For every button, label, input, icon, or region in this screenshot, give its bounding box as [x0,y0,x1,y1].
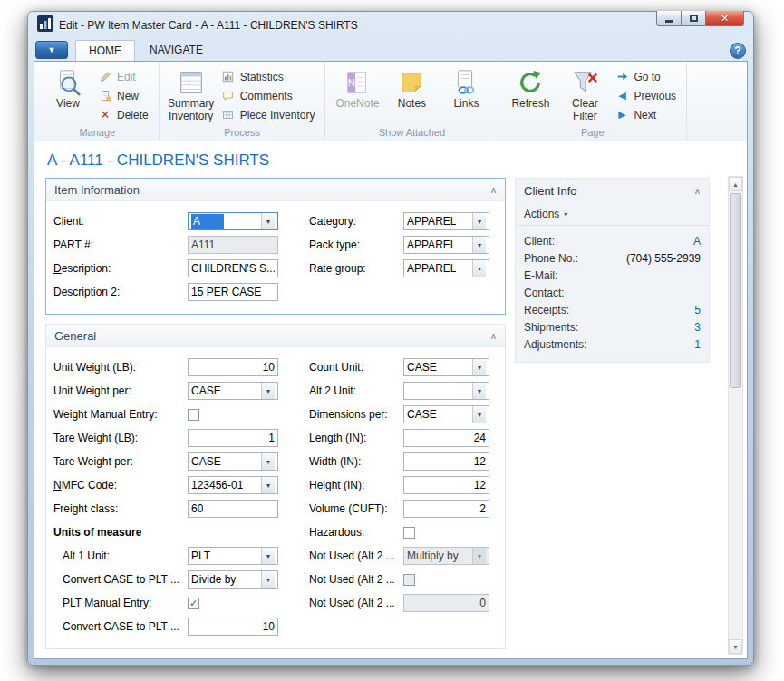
clear-filter-icon [570,68,599,97]
factbox-value-link[interactable]: 5 [694,304,701,316]
help-button[interactable]: ? [730,43,746,59]
comments-button[interactable]: Comments [218,86,321,105]
summary-inventory-button[interactable]: Summary Inventory [164,64,218,125]
factbox-header[interactable]: Client Info ∧ [516,179,709,203]
close-button[interactable]: ✕ [706,11,744,26]
dropdown-arrow-icon[interactable]: ▾ [261,383,275,399]
field-row: Not Used (Alt 2 ...0 [309,591,489,615]
field-value: 10 [263,620,275,633]
field-value: PLT [191,550,210,562]
notes-button[interactable]: Notes [384,64,439,112]
factbox-value-link[interactable]: 3 [694,321,701,334]
statistics-button[interactable]: Statistics [218,67,321,86]
fasttab-header-general[interactable]: General ∧ [46,325,505,347]
dropdown-arrow-icon[interactable]: ▾ [472,260,486,277]
text-field[interactable]: CHILDREN'S S... [188,259,278,277]
edit-button[interactable]: Edit [95,67,154,86]
dropdown-arrow-icon[interactable]: ▾ [261,453,275,470]
window-title: Edit - PW Item Master Card - A - A111 - … [59,19,358,32]
collapse-icon[interactable]: ∧ [490,331,497,341]
window-controls: ✕ [656,11,744,26]
tab-navigate[interactable]: NAVIGATE [137,40,216,61]
scroll-up-icon[interactable]: ▲ [729,177,742,191]
dropdown-field[interactable]: Divide by▾ [188,570,278,589]
dropdown-arrow-icon[interactable]: ▾ [472,359,486,375]
text-field[interactable]: A111 [188,236,278,254]
go-to-button[interactable]: Go to [612,67,682,86]
dropdown-arrow-icon[interactable]: ▾ [472,548,486,564]
dropdown-arrow-icon[interactable]: ▾ [472,213,486,229]
text-field[interactable]: 10 [188,618,278,636]
text-field[interactable]: 2 [403,500,489,518]
text-field[interactable]: 15 PER CASE [188,283,278,301]
new-button[interactable]: New [95,86,154,105]
collapse-icon[interactable]: ∧ [490,185,497,195]
scrollbar-thumb[interactable] [730,193,741,388]
delete-button[interactable]: ✕ Delete [95,105,154,124]
clear-filter-button[interactable]: Clear Filter [557,64,612,125]
previous-button[interactable]: ◀ Previous [612,86,682,105]
field-value: 12 [474,479,486,491]
factbox-value-link[interactable]: A [693,235,701,248]
dropdown-arrow-icon[interactable]: ▾ [261,548,275,564]
tab-home[interactable]: HOME [75,40,135,61]
dropdown-field[interactable]: 123456-01▾ [188,476,278,494]
dropdown-field[interactable]: ▾ [403,382,489,400]
dropdown-field[interactable]: A▾ [188,212,278,230]
collapse-icon[interactable]: ∧ [694,186,701,196]
title-bar[interactable]: Edit - PW Item Master Card - A - A111 - … [34,12,748,38]
dropdown-field[interactable]: CASE▾ [403,405,489,423]
dropdown-field[interactable]: APPAREL▾ [403,259,489,277]
next-button[interactable]: ▶ Next [612,105,682,124]
field-value: CASE [191,455,221,468]
field-control: Multiply by▾ [403,547,489,565]
text-field[interactable]: 60 [188,500,278,518]
factbox-label: E-Mail: [524,269,557,282]
links-button[interactable]: Links [439,64,493,112]
dropdown-arrow-icon[interactable]: ▾ [472,406,486,423]
checkbox[interactable] [403,527,415,539]
dropdown-arrow-icon[interactable]: ▾ [261,477,275,493]
dropdown-arrow-icon[interactable]: ▾ [472,237,486,253]
dropdown-field[interactable]: CASE▾ [188,452,278,471]
checkbox[interactable] [403,574,415,586]
dropdown-field[interactable]: APPAREL▾ [403,212,489,230]
scroll-down-icon[interactable]: ▼ [729,639,742,654]
onenote-button[interactable]: N OneNote [330,64,384,112]
field-control: CASE▾ [403,405,489,423]
text-field[interactable]: 0 [403,594,489,612]
dropdown-arrow-icon[interactable]: ▾ [261,213,275,229]
field-control: APPAREL▾ [403,236,489,254]
view-button[interactable]: View [41,64,95,112]
field-control: 12 [403,476,489,494]
dropdown-field[interactable]: APPAREL▾ [403,236,489,254]
text-field[interactable]: 24 [403,429,489,447]
dropdown-field[interactable]: CASE▾ [188,382,278,400]
checkbox[interactable] [188,409,199,421]
actions-menu-button[interactable]: Actions ▾ [516,203,709,226]
dropdown-field[interactable]: Multiply by▾ [403,547,489,565]
dropdown-field[interactable]: CASE▾ [403,358,489,376]
maximize-button[interactable] [682,11,706,26]
dropdown-arrow-icon[interactable]: ▾ [472,383,486,399]
text-field[interactable]: 10 [188,358,278,376]
scrollbar-track[interactable] [729,191,742,639]
application-menu-button[interactable]: ▼ [35,41,68,59]
dropdown-field[interactable]: PLT▾ [188,547,278,565]
dropdown-arrow-icon[interactable]: ▾ [261,571,275,588]
checkbox[interactable]: ✓ [188,598,199,609]
factbox-row: Adjustments:1 [524,336,701,353]
piece-inventory-button[interactable]: Piece Inventory [218,105,321,124]
text-field[interactable]: 12 [403,452,489,471]
minimize-icon [665,20,673,23]
factbox-value-link[interactable]: 1 [694,338,701,351]
text-field[interactable]: 12 [403,476,489,494]
vertical-scrollbar[interactable]: ▲ ▼ [728,176,743,655]
field-label: Client: [53,215,188,228]
fasttab-header-item-information[interactable]: Item Information ∧ [46,179,505,201]
refresh-button[interactable]: Refresh [503,64,557,112]
field-row: Tare Weight (LB):1 [53,426,278,450]
text-field[interactable]: 1 [188,429,278,447]
minimize-button[interactable] [656,11,682,26]
factbox-label: Adjustments: [524,338,586,351]
